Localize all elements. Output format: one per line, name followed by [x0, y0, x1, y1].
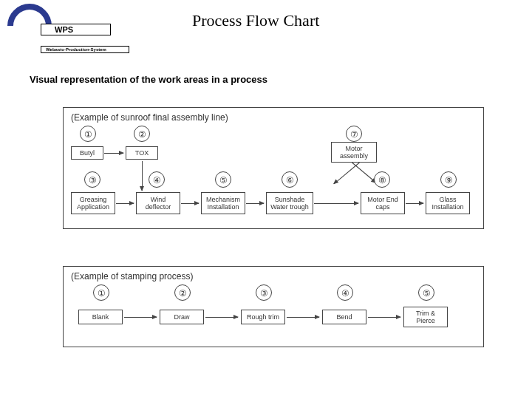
arrow-icon	[205, 317, 238, 318]
step-4-circle: ④	[337, 284, 353, 301]
page-title: Process Flow Chart	[192, 11, 319, 30]
box-motor-endcaps: Motor End caps	[361, 192, 405, 214]
box-butyl: Butyl	[71, 146, 103, 160]
box-tox: TOX	[126, 146, 158, 160]
step-2-circle: ②	[134, 126, 150, 142]
arrow-icon	[314, 203, 358, 204]
step-8-circle: ⑧	[374, 171, 390, 188]
step-4-circle: ④	[149, 171, 165, 188]
step-2-circle: ②	[174, 284, 191, 301]
step-7-circle: ⑦	[346, 126, 362, 142]
arrow-icon	[334, 163, 360, 185]
header: WPS Webasto-Production-System Process Fl…	[0, 0, 532, 55]
arrow-icon	[104, 153, 123, 154]
arrow-icon	[406, 203, 423, 204]
arrow-icon	[142, 161, 143, 191]
logo-full: Webasto-Production-System	[41, 46, 129, 53]
step-3-circle: ③	[84, 171, 100, 188]
subtitle: Visual representation of the work areas …	[30, 74, 267, 85]
box-motor-assembly: Motor assembly	[331, 142, 377, 163]
box-mechanism: Mechanism Installation	[201, 192, 245, 214]
logo-abbr: WPS	[41, 24, 111, 35]
arrow-icon	[116, 203, 134, 204]
box-rough: Rough trim	[241, 310, 285, 324]
step-6-circle: ⑥	[282, 171, 298, 188]
diagram-sunroof: (Example of sunroof final assembly line)…	[63, 107, 484, 229]
step-3-circle: ③	[256, 284, 272, 301]
step-9-circle: ⑨	[440, 171, 457, 188]
arrow-icon	[368, 317, 400, 318]
box-trim: Trim & Pierce	[403, 307, 448, 327]
step-1-circle: ①	[93, 284, 109, 301]
arrow-icon	[124, 317, 157, 318]
box-blank: Blank	[78, 310, 123, 324]
box-bend: Bend	[322, 310, 366, 324]
arrow-icon	[287, 317, 319, 318]
box-draw: Draw	[160, 310, 204, 324]
diagram-stamping: (Example of stamping process) ① ② ③ ④ ⑤ …	[63, 266, 484, 347]
box-glass: Glass Installation	[426, 192, 470, 214]
box-wind: Wind deflector	[136, 192, 180, 214]
diagram1-caption: (Example of sunroof final assembly line)	[71, 112, 476, 123]
diagram2-caption: (Example of stamping process)	[71, 271, 476, 282]
step-5-circle: ⑤	[418, 284, 434, 301]
arrow-icon	[181, 203, 199, 204]
box-sunshade: Sunshade Water trough	[266, 192, 313, 214]
diagram1-flow: ① ② ⑦ Butyl TOX Motor assembly ③ ④ ⑤ ⑥ ⑧…	[71, 126, 476, 222]
step-1-circle: ①	[80, 126, 96, 142]
arrow-icon	[246, 203, 264, 204]
diagram2-flow: ① ② ③ ④ ⑤ Blank Draw Rough trim Bend Tri…	[71, 284, 476, 336]
box-greasing: Greasing Application	[71, 192, 115, 214]
step-5-circle: ⑤	[215, 171, 231, 188]
